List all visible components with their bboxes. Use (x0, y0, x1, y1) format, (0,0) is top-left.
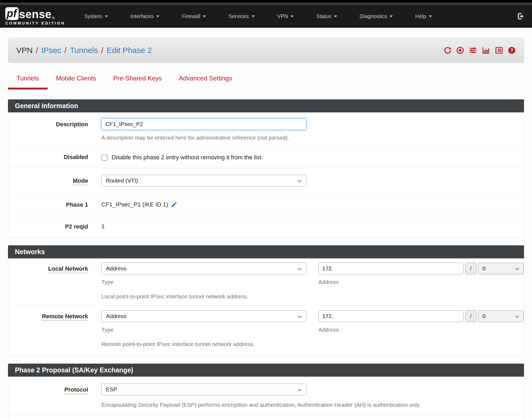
chevron-down-icon (390, 15, 393, 17)
page-content: VPN / IPsec / Tunnels / Edit Phase 2 (0, 38, 532, 419)
breadcrumb-panel: VPN / IPsec / Tunnels / Edit Phase 2 (8, 38, 524, 63)
chevron-down-icon (291, 15, 294, 17)
chevron-down-icon (515, 313, 519, 319)
sense-logo-text: sense (19, 9, 52, 20)
local-network-row: Local Network Address Type (8, 258, 524, 306)
type-help: Type (101, 326, 306, 333)
p2reqid-label: P2 reqid (8, 223, 88, 231)
local-network-type-select[interactable]: Address (101, 263, 306, 274)
disabled-checkbox[interactable] (101, 154, 108, 161)
remote-network-label: Remote Network (8, 310, 88, 320)
panel-general-information: General Information Description A descri… (8, 99, 524, 238)
pfsense-logo[interactable]: pf sense ® COMMUNITY EDITION (5, 7, 65, 25)
type-help: Type (101, 278, 306, 286)
breadcrumb-separator: / (36, 46, 38, 55)
slash-addon: / (465, 263, 476, 274)
panel-title: General Information (8, 99, 524, 112)
local-network-mask-select[interactable]: 0 (478, 263, 524, 274)
nav-item-vpn[interactable]: VPN (266, 5, 305, 28)
address-help: Address (318, 278, 524, 286)
phase1-row: Phase 1 CF1_IPsec_P1 (IKE ID 1) (8, 194, 524, 216)
nav-item-firewall[interactable]: Firewall (171, 5, 217, 28)
p2reqid-value: 1 (101, 223, 105, 230)
description-row: Description A description may be entered… (8, 112, 524, 148)
disabled-checkbox-label: Disable this phase 2 entry without remov… (112, 154, 263, 161)
log-list-icon[interactable] (495, 46, 503, 54)
sliders-icon[interactable] (469, 46, 477, 54)
refresh-icon[interactable] (444, 46, 452, 54)
local-network-help: Local point-to-point IPsec interface tun… (101, 293, 524, 300)
protocol-help: Encapsulating Security Payload (ESP) per… (101, 401, 524, 409)
chevron-down-icon (298, 386, 302, 393)
address-help: Address (318, 326, 524, 333)
main-menu: System Interfaces Firewall Services VPN … (73, 5, 443, 28)
protocol-row: Protocol ESP Encapsulating Security Payl… (8, 377, 524, 415)
breadcrumb-actions: ? (444, 46, 516, 54)
breadcrumb-link-edit-phase2[interactable]: Edit Phase 2 (106, 46, 152, 55)
pf-logo-box: pf (5, 7, 19, 20)
tab-mobile-clients[interactable]: Mobile Clients (48, 75, 105, 90)
remote-network-mask-select[interactable]: 0 (478, 310, 524, 322)
panel-title: Phase 2 Proposal (SA/Key Exchange) (8, 364, 524, 377)
chevron-down-icon (334, 15, 337, 17)
help-icon[interactable]: ? (508, 46, 516, 54)
disabled-checkbox-row: Disable this phase 2 entry without remov… (101, 153, 524, 161)
breadcrumb: VPN / IPsec / Tunnels / Edit Phase 2 (16, 46, 152, 55)
protocol-label: Protocol (8, 384, 88, 394)
top-strip (0, 0, 532, 3)
nav-item-diagnostics[interactable]: Diagnostics (348, 5, 404, 28)
top-navbar: pf sense ® COMMUNITY EDITION System Inte… (0, 5, 532, 28)
breadcrumb-current: VPN (16, 46, 33, 55)
local-network-address-input[interactable] (318, 263, 464, 274)
remote-network-row: Remote Network Address Type (8, 306, 524, 356)
chevron-down-icon (429, 15, 432, 17)
nav-item-interfaces[interactable]: Interfaces (119, 5, 171, 28)
section-tabs: Tunnels Mobile Clients Pre-Shared Keys A… (8, 75, 524, 90)
mode-label: Mode (8, 175, 88, 185)
chevron-down-icon (298, 177, 302, 184)
nav-item-services[interactable]: Services (217, 5, 266, 28)
sign-out-icon[interactable] (517, 12, 525, 20)
description-help: A description may be entered here for ad… (101, 134, 524, 141)
chevron-down-icon (156, 15, 159, 17)
protocol-select[interactable]: ESP (101, 384, 306, 395)
chevron-down-icon (298, 265, 302, 272)
nav-item-help[interactable]: Help (404, 5, 443, 28)
registered-mark: ® (52, 16, 55, 20)
remote-network-address-input[interactable] (318, 310, 464, 322)
disabled-row: Disabled Disable this phase 2 entry with… (8, 148, 524, 167)
top-strip-shadow (0, 3, 532, 5)
mode-select[interactable]: Routed (VTI) (101, 175, 306, 186)
community-edition-label: COMMUNITY EDITION (5, 21, 65, 25)
nav-item-status[interactable]: Status (305, 5, 348, 28)
phase1-label: Phase 1 (8, 201, 88, 209)
p2reqid-row: P2 reqid 1 (8, 216, 524, 238)
local-network-label: Local Network (8, 263, 88, 273)
stop-icon[interactable] (456, 46, 464, 54)
disabled-label: Disabled (8, 153, 88, 161)
status-chart-icon[interactable] (482, 46, 490, 54)
breadcrumb-link-ipsec[interactable]: IPsec (41, 46, 61, 55)
chevron-down-icon (515, 265, 519, 272)
chevron-down-icon (105, 15, 108, 17)
description-label: Description (8, 118, 88, 128)
nav-item-system[interactable]: System (73, 5, 119, 28)
mode-row: Mode Routed (VTI) (8, 167, 524, 194)
breadcrumb-separator: / (101, 46, 103, 55)
chevron-down-icon (251, 15, 255, 17)
tab-pre-shared-keys[interactable]: Pre-Shared Keys (105, 75, 170, 90)
slash-addon: / (465, 310, 476, 322)
encryption-aes-row: Encryption Algorithms AES 256 bits (8, 415, 524, 419)
tab-tunnels[interactable]: Tunnels (8, 75, 48, 90)
panel-phase2-proposal: Phase 2 Proposal (SA/Key Exchange) Proto… (8, 364, 524, 419)
remote-network-type-select[interactable]: Address (101, 310, 306, 322)
remote-network-help: Remote point-to-point IPsec interface tu… (101, 340, 524, 348)
phase1-value: CF1_IPsec_P1 (IKE ID 1) (101, 201, 168, 208)
description-input[interactable] (101, 118, 306, 130)
breadcrumb-link-tunnels[interactable]: Tunnels (70, 46, 98, 55)
edit-phase1-icon[interactable] (171, 201, 178, 208)
tab-advanced-settings[interactable]: Advanced Settings (170, 75, 241, 90)
svg-text:?: ? (510, 48, 513, 53)
chevron-down-icon (203, 15, 206, 17)
chevron-down-icon (298, 313, 302, 319)
